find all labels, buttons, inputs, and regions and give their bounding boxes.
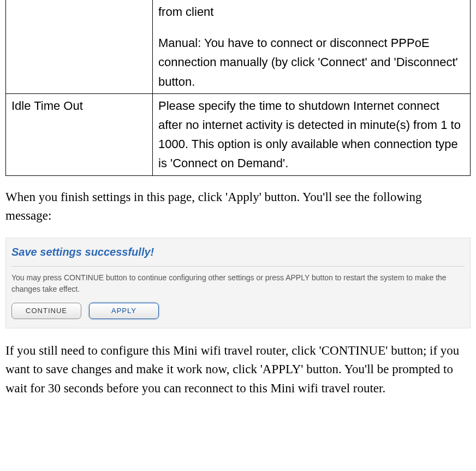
screenshot-button-row: CONTINUE APPLY bbox=[11, 303, 465, 319]
cell-text-line1: from client bbox=[158, 5, 213, 19]
continue-button[interactable]: CONTINUE bbox=[11, 303, 81, 319]
screenshot-title: Save settings successfully! bbox=[11, 243, 465, 267]
apply-button[interactable]: APPLY bbox=[89, 303, 159, 319]
table-row: Idle Time Out Please specify the time to… bbox=[6, 93, 471, 175]
cell-label bbox=[6, 0, 153, 93]
cell-description: from client Manual: You have to connect … bbox=[153, 0, 471, 93]
cell-label: Idle Time Out bbox=[6, 93, 153, 175]
instruction-paragraph-after: If you still need to configure this Mini… bbox=[5, 342, 471, 398]
instruction-paragraph-before: When you finish settings in this page, c… bbox=[5, 188, 471, 226]
settings-description-table: from client Manual: You have to connect … bbox=[5, 0, 471, 176]
table-row: from client Manual: You have to connect … bbox=[6, 0, 471, 93]
screenshot-text: You may press CONTINUE button to continu… bbox=[11, 267, 465, 303]
cell-description: Please specify the time to shutdown Inte… bbox=[153, 93, 471, 175]
save-success-screenshot: Save settings successfully! You may pres… bbox=[5, 238, 471, 328]
cell-text-line2: Manual: You have to connect or disconnec… bbox=[158, 36, 458, 88]
